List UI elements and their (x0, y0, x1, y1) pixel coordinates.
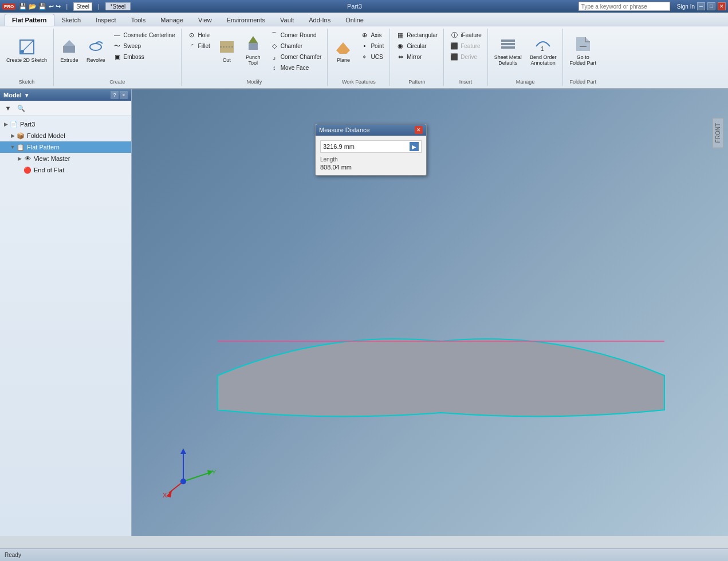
svg-text:1: 1 (541, 46, 544, 52)
ribbon-group-manage: Sheet MetalDefaults 1 Bend OrderAnnotati… (488, 29, 564, 86)
minimize-button[interactable]: ─ (697, 2, 705, 10)
manage-group-label: Manage (491, 78, 560, 85)
corner-chamfer-button[interactable]: ⌟ Corner Chamfer (267, 52, 324, 62)
punch-tool-button[interactable]: PunchTool (241, 30, 265, 71)
tab-addins[interactable]: Add-Ins (301, 14, 338, 26)
tree-item-end-of-flat[interactable]: ▶ 🔴 End of Flat (0, 164, 131, 176)
sidebar-header: Model ▼ ? × (0, 89, 131, 101)
chamfer-button[interactable]: ◇ Chamfer (267, 41, 324, 51)
ribbon-tab-bar: Flat Pattern Sketch Inspect Tools Manage… (0, 13, 728, 26)
tree-item-flat-pattern[interactable]: ▼ 📋 Flat Pattern (0, 141, 131, 153)
corner-round-button[interactable]: ⌒ Corner Round (267, 30, 324, 40)
tab-environments[interactable]: Environments (219, 14, 273, 26)
tab-inspect[interactable]: Inspect (88, 14, 123, 26)
mirror-button[interactable]: ⇔ Mirror (393, 52, 440, 62)
ifeature-icon: ⓘ (450, 30, 459, 39)
dialog-title-text: Measure Distance (319, 127, 370, 133)
ribbon-group-folded-part: Go toFolded Part Folded Part (563, 29, 603, 86)
derive-button[interactable]: ⬛ Derive (447, 52, 484, 62)
feature-button[interactable]: ⬛ Feature (447, 41, 484, 51)
title-bar-right: Sign In ─ □ ✕ (579, 2, 726, 11)
circular-button[interactable]: ◉ Circular (393, 41, 440, 51)
search-input[interactable] (579, 2, 670, 11)
expand-part3[interactable]: ▶ (2, 121, 9, 128)
close-button[interactable]: ✕ (718, 2, 726, 10)
tab-tools[interactable]: Tools (124, 14, 154, 26)
material-dropdown[interactable]: Steel (73, 2, 92, 11)
emboss-button[interactable]: ▣ Emboss (111, 52, 178, 62)
create-small-buttons: — Cosmetic Centerline 〜 Sweep ▣ Emboss (111, 30, 178, 62)
sweep-button[interactable]: 〜 Sweep (111, 41, 178, 51)
tab-view[interactable]: View (191, 14, 219, 26)
tab-vault[interactable]: Vault (273, 14, 301, 26)
front-label[interactable]: FRONT (713, 118, 723, 148)
tree-item-part3[interactable]: ▶ 📄 Part3 (0, 118, 131, 130)
hole-button[interactable]: ⊙ Hole (185, 30, 213, 40)
extrude-icon (60, 38, 78, 56)
plane-button[interactable]: Plane (331, 30, 355, 71)
sheet-metal-defaults-button[interactable]: Sheet MetalDefaults (491, 30, 525, 71)
sidebar-dropdown-arrow[interactable]: ▼ (24, 92, 30, 98)
rectangular-icon: ▦ (396, 30, 405, 39)
point-button[interactable]: • Point (357, 41, 386, 51)
svg-rect-3 (64, 46, 75, 53)
tab-online[interactable]: Online (338, 14, 371, 26)
search-tree-button[interactable]: 🔍 (15, 102, 27, 114)
svg-marker-21 (166, 491, 172, 497)
sidebar-title: Model (3, 92, 22, 98)
cosmetic-centerline-button[interactable]: — Cosmetic Centerline (111, 30, 178, 40)
folded-part-icon (574, 35, 592, 53)
filter-button[interactable]: ▼ (2, 102, 14, 114)
extrude-button[interactable]: Extrude (57, 30, 81, 71)
viewport[interactable]: FRONT Measure Distance ✕ 3216.9 mm ▶ Len… (132, 89, 728, 536)
sidebar-pin-button[interactable]: × (120, 91, 128, 99)
tree-item-folded-model[interactable]: ▶ 📦 Folded Model (0, 130, 131, 141)
pro-badge: PRO (2, 3, 15, 10)
dialog-arrow-button[interactable]: ▶ (410, 142, 419, 151)
active-file-tab[interactable]: *Steel (105, 2, 131, 10)
ribbon-group-sketch: Create 2D Sketch Sketch (0, 29, 54, 86)
corner-chamfer-icon: ⌟ (270, 52, 279, 61)
move-face-button[interactable]: ↕ Move Face (267, 62, 324, 73)
svg-marker-4 (64, 40, 75, 46)
maximize-button[interactable]: □ (707, 2, 715, 10)
emboss-icon: ▣ (113, 52, 122, 61)
sheet-metal-icon (499, 35, 517, 53)
tree-label-view-master: View: Master (34, 155, 70, 162)
cosmetic-icon: — (113, 30, 122, 39)
fillet-button[interactable]: ◜ Fillet (185, 41, 213, 51)
bend-order-button[interactable]: 1 Bend OrderAnnotation (527, 30, 560, 71)
cut-button[interactable]: Cut (215, 30, 239, 71)
sign-in-button[interactable]: Sign In (677, 3, 695, 10)
axis-button[interactable]: ⊕ Axis (357, 30, 386, 40)
create-2d-sketch-button[interactable]: Create 2D Sketch (3, 30, 50, 71)
expand-view-master[interactable]: ▶ (16, 155, 23, 162)
move-face-icon: ↕ (270, 63, 279, 72)
revolve-button[interactable]: Revolve (84, 30, 108, 71)
sidebar-help-button[interactable]: ? (111, 91, 119, 99)
tab-flat-pattern[interactable]: Flat Pattern (5, 14, 54, 26)
view-master-icon: 👁 (23, 154, 32, 163)
cut-icon (218, 38, 236, 56)
quick-access-icon: 💾 📂 💾 ↩ ↪ (19, 3, 60, 10)
folded-part-group-label: Folded Part (566, 78, 599, 85)
dialog-body: 3216.9 mm ▶ Length 808.04 mm (316, 136, 426, 175)
go-to-folded-part-button[interactable]: Go toFolded Part (566, 30, 599, 71)
revolve-icon (86, 38, 105, 56)
svg-text:Y: Y (212, 469, 217, 476)
svg-text:X: X (163, 492, 167, 499)
ifeature-button[interactable]: ⓘ iFeature (447, 30, 484, 40)
expand-folded-model[interactable]: ▶ (9, 132, 16, 139)
tab-manage[interactable]: Manage (153, 14, 191, 26)
rectangular-button[interactable]: ▦ Rectangular (393, 30, 440, 40)
ucs-button[interactable]: ⌖ UCS (357, 52, 386, 62)
tab-sketch[interactable]: Sketch (54, 14, 89, 26)
ribbon-group-work-features: Plane ⊕ Axis • Point ⌖ UCS Work Features (328, 29, 390, 86)
expand-flat-pattern[interactable]: ▼ (9, 144, 16, 151)
sidebar-toolbar: ▼ 🔍 (0, 101, 131, 116)
dialog-close-button[interactable]: ✕ (415, 126, 423, 134)
tree-item-view-master[interactable]: ▶ 👁 View: Master (0, 153, 131, 164)
dialog-value-row: 3216.9 mm ▶ (320, 140, 422, 153)
ribbon-group-modify: ⊙ Hole ◜ Fillet Cut PunchTool (182, 29, 328, 86)
dialog-title-bar[interactable]: Measure Distance ✕ (316, 124, 426, 136)
